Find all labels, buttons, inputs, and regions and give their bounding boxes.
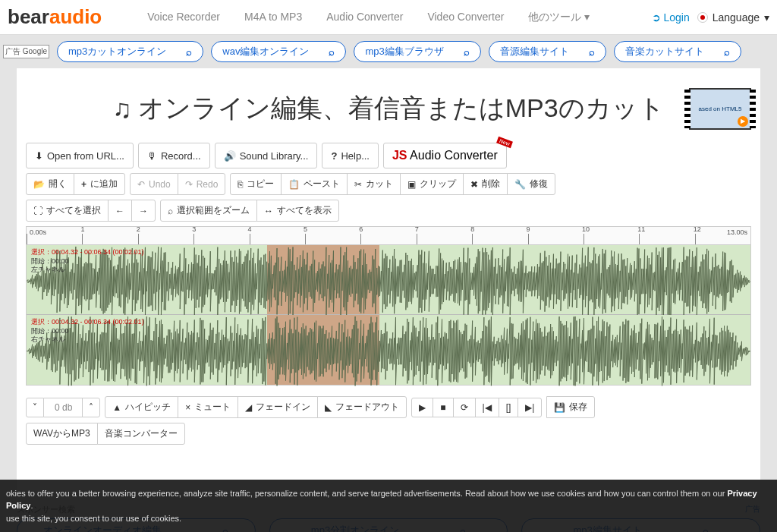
language-selector[interactable]: Language ▾ bbox=[697, 11, 769, 24]
show-all-button[interactable]: ↔すべてを表示 bbox=[256, 200, 339, 222]
redo-icon: ↷ bbox=[185, 179, 193, 190]
ad-pill-1[interactable]: mp3カットオンライン⌕ bbox=[57, 41, 203, 62]
play-button[interactable]: ▶ bbox=[411, 398, 433, 417]
paste-button[interactable]: 📋ペースト bbox=[281, 173, 348, 195]
video-thumbnail[interactable]: ased on HTML5▶ bbox=[689, 88, 751, 130]
mute-button[interactable]: ×ミュート bbox=[178, 396, 238, 418]
expand-icon: ⛶ bbox=[33, 206, 42, 216]
arrow-left-button[interactable]: ← bbox=[108, 200, 132, 222]
editor-container: ♫オンライン編集、着信音またはMP3のカット ased on HTML5▶ ⬇O… bbox=[17, 68, 760, 493]
db-up-button[interactable]: ˄ bbox=[82, 398, 100, 417]
db-control: ˅ 0 db ˄ bbox=[26, 398, 100, 417]
arrow-right-button[interactable]: → bbox=[131, 200, 156, 222]
login-link[interactable]: ➲ Login bbox=[652, 11, 690, 24]
right-channel-meta: 選択：00:04.32 - 00:06.34 (00:02.01) 開始：00:… bbox=[31, 318, 144, 345]
login-icon: ➲ bbox=[652, 11, 661, 24]
fadein-button[interactable]: ◢フェードイン bbox=[238, 396, 318, 418]
search-icon: ⌕ bbox=[589, 46, 595, 58]
nav-m4a-mp3[interactable]: M4A to MP3 bbox=[234, 2, 313, 33]
sound-library-button[interactable]: 🔊Sound Library... bbox=[215, 143, 318, 168]
clip-button[interactable]: ▣クリップ bbox=[400, 173, 464, 195]
left-channel-meta: 選択：00:04.32 - 00:06.34 (00:02.01) 開始：00:… bbox=[31, 248, 144, 275]
undo-button[interactable]: ↶Undo bbox=[130, 173, 178, 195]
top-navbar: bearaudio Voice Recorder M4A to MP3 Audi… bbox=[0, 0, 777, 35]
scissors-icon: ✂ bbox=[354, 179, 362, 190]
waveform-area[interactable]: 0.00s 13.00s 123456789101112 選択：00:04.32… bbox=[26, 226, 751, 386]
record-button[interactable]: 🎙Record... bbox=[138, 143, 210, 168]
mic-icon: 🎙 bbox=[147, 150, 157, 162]
open-button[interactable]: 📂開く bbox=[26, 173, 74, 195]
help-icon: ? bbox=[331, 150, 337, 162]
music-converter-button[interactable]: 音楽コンバーター bbox=[97, 423, 185, 445]
db-down-button[interactable]: ˅ bbox=[26, 398, 44, 417]
search-icon: ⌕ bbox=[724, 46, 730, 58]
copy-button[interactable]: ⎘コピー bbox=[230, 173, 282, 195]
toolbar-row-2: 📂開く +に追加 ↶Undo ↷Redo ⎘コピー 📋ペースト ✂カット ▣クリ… bbox=[26, 173, 751, 195]
redo-button[interactable]: ↷Redo bbox=[178, 173, 226, 195]
plus-icon: + bbox=[81, 179, 87, 190]
fadeout-icon: ◣ bbox=[325, 402, 332, 413]
delete-icon: ✖ bbox=[470, 179, 478, 190]
fadein-icon: ◢ bbox=[245, 402, 252, 413]
js-audio-converter-button[interactable]: JS Audio ConverterNew bbox=[383, 143, 507, 168]
time-ruler[interactable]: 0.00s 13.00s 123456789101112 bbox=[27, 227, 750, 245]
play-icon: ▶ bbox=[738, 116, 748, 127]
toolbar-row-1: ⬇Open from URL... 🎙Record... 🔊Sound Libr… bbox=[26, 143, 751, 168]
right-nav: ➲ Login Language ▾ bbox=[652, 11, 769, 24]
wrench-icon: 🔧 bbox=[514, 179, 526, 190]
prev-button[interactable]: |◀ bbox=[475, 398, 499, 417]
speaker-icon: 🔊 bbox=[224, 150, 236, 162]
nav-voice-recorder[interactable]: Voice Recorder bbox=[137, 2, 231, 33]
search-icon: ⌕ bbox=[186, 46, 192, 58]
ad-pill-3[interactable]: mp3編集ブラウザ⌕ bbox=[354, 41, 480, 62]
restore-button[interactable]: 🔧修復 bbox=[507, 173, 555, 195]
caret-down-icon: ▾ bbox=[764, 11, 769, 24]
nav-other-tools[interactable]: 他のツール ▾ bbox=[517, 2, 600, 33]
ad-pill-4[interactable]: 音源編集サイト⌕ bbox=[489, 41, 606, 62]
caret-down-icon: ▾ bbox=[584, 11, 590, 23]
help-button[interactable]: ?Help... bbox=[322, 143, 379, 168]
fadeout-button[interactable]: ◣フェードアウト bbox=[317, 396, 407, 418]
search-icon: ⌕ bbox=[329, 46, 335, 58]
wav-to-mp3-button[interactable]: WAVからMP3 bbox=[26, 423, 98, 445]
undo-icon: ↶ bbox=[137, 179, 145, 190]
ad-badge: 广告 Google bbox=[3, 45, 49, 58]
db-label: 0 db bbox=[44, 398, 83, 417]
open-url-button[interactable]: ⬇Open from URL... bbox=[26, 143, 134, 168]
ad-pill-2[interactable]: wav編集オンライン⌕ bbox=[211, 41, 346, 62]
cookie-banner: okies to offer you a better browsing exp… bbox=[0, 480, 777, 533]
search-icon: ⌕ bbox=[168, 206, 173, 216]
download-icon: ⬇ bbox=[35, 150, 43, 162]
japan-flag-icon bbox=[697, 12, 708, 23]
zoom-selection-button[interactable]: ⌕選択範囲をズーム bbox=[160, 200, 257, 222]
logo[interactable]: bearaudio bbox=[8, 5, 102, 29]
music-note-icon: ♫ bbox=[112, 94, 132, 124]
stop-button[interactable]: ■ bbox=[433, 398, 453, 417]
save-button[interactable]: 💾保存 bbox=[546, 396, 595, 418]
next-button[interactable]: ▶| bbox=[517, 398, 542, 417]
paste-icon: 📋 bbox=[288, 179, 300, 190]
toolbar-row-3: ⛶すべてを選択 ← → ⌕選択範囲をズーム ↔すべてを表示 bbox=[26, 200, 751, 222]
copy-icon: ⎘ bbox=[238, 179, 243, 190]
highpitch-button[interactable]: ▲ハイピッチ bbox=[105, 396, 178, 418]
nav-video-converter[interactable]: Video Converter bbox=[417, 2, 514, 33]
delete-button[interactable]: ✖削除 bbox=[463, 173, 508, 195]
cut-button[interactable]: ✂カット bbox=[347, 173, 401, 195]
crop-icon: ▣ bbox=[407, 179, 416, 190]
select-all-button[interactable]: ⛶すべてを選択 bbox=[26, 200, 109, 222]
title-row: ♫オンライン編集、着信音またはMP3のカット ased on HTML5▶ bbox=[26, 77, 751, 143]
right-channel[interactable]: 選択：00:04.32 - 00:06.34 (00:02.01) 開始：00:… bbox=[27, 315, 750, 385]
add-button[interactable]: +に追加 bbox=[74, 173, 125, 195]
left-right-icon: ↔ bbox=[264, 206, 273, 216]
marker-button[interactable]: [] bbox=[499, 398, 519, 417]
loop-button[interactable]: ⟳ bbox=[453, 398, 476, 417]
left-channel[interactable]: 選択：00:04.32 - 00:06.34 (00:02.01) 開始：00:… bbox=[27, 245, 750, 315]
bottom-toolbar: ˅ 0 db ˄ ▲ハイピッチ ×ミュート ◢フェードイン ◣フェードアウト ▶… bbox=[26, 396, 751, 445]
ad-pill-5[interactable]: 音楽カットサイト⌕ bbox=[614, 41, 741, 62]
nav-audio-converter[interactable]: Audio Converter bbox=[316, 2, 414, 33]
folder-icon: 📂 bbox=[33, 179, 45, 190]
main-nav: Voice Recorder M4A to MP3 Audio Converte… bbox=[137, 2, 600, 33]
page-title: ♫オンライン編集、着信音またはMP3のカット bbox=[112, 91, 664, 126]
ad-search-row: 广告 Google mp3カットオンライン⌕ wav編集オンライン⌕ mp3編集… bbox=[0, 35, 777, 68]
save-icon: 💾 bbox=[554, 402, 565, 413]
